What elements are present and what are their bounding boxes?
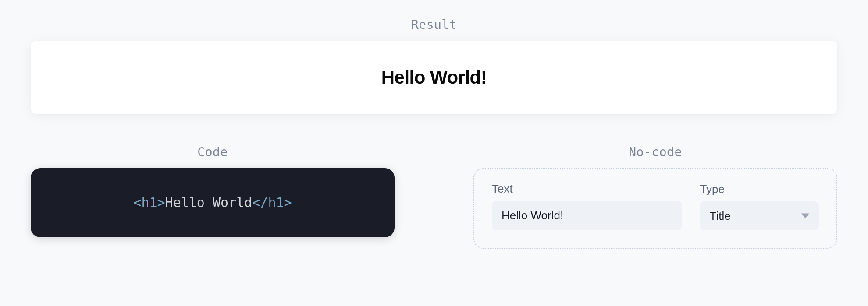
code-close-angle: > [157,195,165,210]
text-field-group: Text [492,182,682,230]
code-column: Code <h1>Hello World</h1> [31,145,395,237]
text-field-label: Text [492,182,682,196]
code-tag-open: h1 [141,195,157,210]
type-field-group: Type Title [700,183,819,230]
code-block: <h1>Hello World</h1> [31,168,395,237]
code-final-angle: > [284,195,292,210]
nocode-column: No-code Text Type Title [473,145,837,249]
result-preview-box: Hello World! [31,41,837,114]
nocode-section-label: No-code [629,145,682,159]
code-open-angle: < [133,195,141,210]
type-field-label: Type [700,183,819,196]
code-tag-close: h1 [268,195,284,210]
code-inner-text: Hello World [165,195,253,210]
result-section-label: Result [31,18,837,32]
app-container: Result Hello World! Code <h1>Hello World… [0,0,868,306]
type-select[interactable]: Title [700,201,819,230]
type-select-wrapper: Title [700,201,819,230]
code-open-close-angle: </ [252,195,268,210]
code-section-label: Code [197,145,228,159]
nocode-config-box: Text Type Title [473,168,837,249]
columns-row: Code <h1>Hello World</h1> No-code Text T… [31,145,837,249]
text-input[interactable] [492,201,682,230]
result-heading: Hello World! [48,67,820,88]
